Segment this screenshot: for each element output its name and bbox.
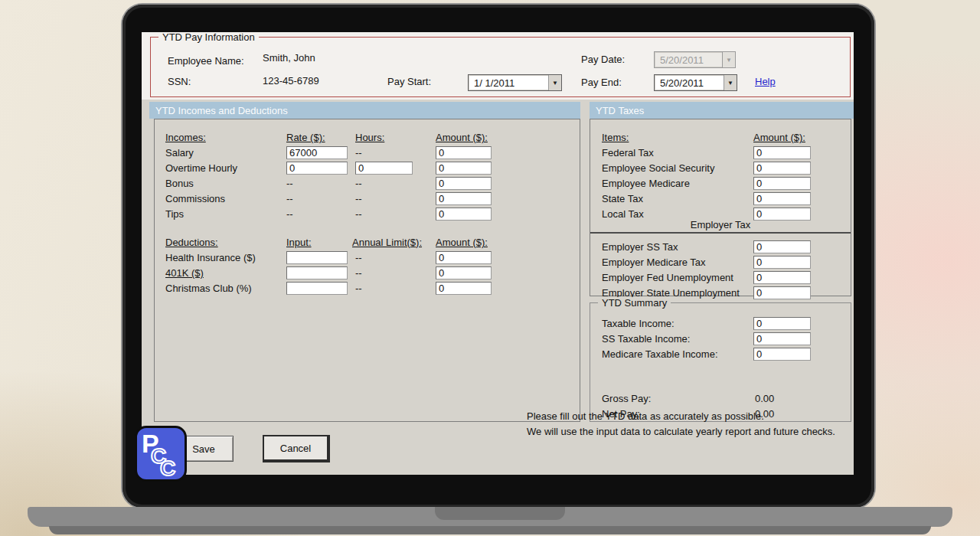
bonus-amount-input[interactable] [436,177,492,190]
christmas-club-amount-input[interactable] [436,282,492,295]
commissions-amount-input[interactable] [436,192,492,205]
health-insurance-amount-input[interactable] [436,251,492,264]
pcc-logo-icon: P C C [137,428,185,479]
ytd-summary-groupbox: YTD Summary Taxable Income: SS Taxable I… [590,302,851,422]
pay-start-dropdown[interactable]: 1/ 1/2011 ▼ [468,74,562,91]
commissions-rate-na: -- [286,193,293,204]
employer-state-unemployment-input[interactable] [753,286,811,299]
tax-row-label: Federal Tax [602,147,654,159]
income-row-label: Bonus [165,178,194,189]
pay-info-title: YTD Pay Information [158,32,259,43]
employer-tax-divider: Employer Tax [590,219,851,234]
deduction-row-label: Health Insurance ($) [165,252,256,263]
pay-info-panel: YTD Pay Information Employee Name: Smith… [142,32,854,100]
health-insurance-limit-na: -- [355,252,362,263]
ssn-label: SSN: [168,76,191,87]
summary-row-label: Taxable Income: [602,318,675,329]
state-tax-input[interactable] [753,192,811,205]
pay-start-value: 1/ 1/2011 [469,75,548,90]
commissions-hours-na: -- [355,193,362,204]
tax-row-label: Employer Fed Unemployment [602,272,733,283]
chevron-down-icon[interactable]: ▼ [548,75,561,90]
salary-rate-input[interactable] [286,146,348,159]
overtime-amount-input[interactable] [436,162,492,175]
salary-amount-input[interactable] [436,146,492,159]
note-line-1: Please fill out the YTD data as accurate… [527,409,835,424]
amount-col-header: Amount ($): [436,132,488,143]
christmas-club-limit-na: -- [355,283,362,294]
laptop-notch [435,507,565,520]
pay-date-value: 5/20/2011 [655,52,722,67]
pay-date-dropdown: 5/20/2011 ▼ [654,51,736,68]
income-row-label: Tips [165,208,184,220]
deduction-401k-link[interactable]: 401K ($) [165,267,204,279]
pay-date-label: Pay Date: [581,54,625,65]
taxable-income-input[interactable] [753,317,811,330]
pay-end-dropdown[interactable]: 5/20/2011 ▼ [654,74,737,91]
ssn-value: 123-45-6789 [263,75,319,87]
tips-amount-input[interactable] [436,208,492,221]
pay-start-label: Pay Start: [387,76,431,87]
pcc-logo: P C C [135,426,187,482]
employer-fed-unemployment-input[interactable] [753,271,811,284]
incomes-col-header: Incomes: [165,132,206,143]
employer-medicare-tax-input[interactable] [753,256,811,269]
chevron-down-icon: ▼ [722,52,735,67]
app-window: YTD Pay Information Employee Name: Smith… [142,32,854,475]
health-insurance-input[interactable] [286,251,348,264]
ytd-summary-title: YTD Summary [598,297,671,309]
annual-limit-col-header: Annual Limit($): [352,237,422,248]
ytd-taxes-panel: Items: Amount ($): Federal Tax Employee … [590,119,851,296]
federal-tax-input[interactable] [753,146,811,159]
instruction-note: Please fill out the YTD data as accurate… [527,409,835,440]
bonus-rate-na: -- [286,178,293,189]
hours-col-header: Hours: [355,132,384,143]
gross-pay-value: 0.00 [755,393,774,404]
401k-limit-na: -- [355,267,362,279]
tax-row-label: Local Tax [602,208,644,220]
bonus-hours-na: -- [355,178,362,189]
rate-col-header: Rate ($): [286,132,325,143]
overtime-rate-input[interactable] [286,162,348,175]
income-row-label: Salary [165,147,194,159]
tax-row-label: Employer Medicare Tax [602,257,706,268]
employee-name-value: Smith, John [263,52,315,64]
gross-pay-label: Gross Pay: [602,393,651,404]
medicare-taxable-income-input[interactable] [753,348,811,361]
amount-col-header: Amount ($): [436,237,488,248]
help-link[interactable]: Help [755,76,776,87]
salary-hours-na: -- [355,147,362,159]
overtime-hours-input[interactable] [355,162,413,175]
employer-ss-tax-input[interactable] [753,240,811,253]
deduction-row-label: Christmas Club (%) [165,283,252,294]
tax-row-label: State Tax [602,193,643,204]
input-col-header: Input: [286,237,312,248]
laptop-base-lip [49,526,931,534]
christmas-club-input[interactable] [286,282,348,295]
employee-ss-input[interactable] [753,162,811,175]
pay-info-groupbox: YTD Pay Information Employee Name: Smith… [150,37,851,97]
tax-row-label: Employee Medicare [602,178,690,189]
401k-amount-input[interactable] [436,266,492,279]
taxes-section-header: YTD Taxes [590,102,854,119]
deductions-col-header: Deductions: [165,237,218,248]
pay-end-label: Pay End: [581,77,622,88]
amount-col-header: Amount ($): [753,132,805,143]
employee-medicare-input[interactable] [753,177,811,190]
employee-name-label: Employee Name: [168,55,244,67]
note-line-2: We will use the input data to calculate … [527,424,835,440]
income-row-label: Overtime Hourly [165,162,237,174]
tax-row-label: Employer SS Tax [602,241,678,253]
pay-end-value: 5/20/2011 [655,75,724,90]
tips-hours-na: -- [355,208,362,220]
ss-taxable-income-input[interactable] [753,332,811,345]
svg-text:C: C [160,456,175,479]
401k-input[interactable] [286,266,348,279]
tips-rate-na: -- [286,208,293,220]
incomes-section-header: YTD Incomes and Deductions [149,102,580,119]
summary-row-label: SS Taxable Income: [602,333,690,345]
chevron-down-icon[interactable]: ▼ [724,75,737,90]
tax-row-label: Employee Social Security [602,162,714,174]
cancel-button[interactable]: Cancel [263,435,330,462]
income-row-label: Commissions [165,193,225,204]
